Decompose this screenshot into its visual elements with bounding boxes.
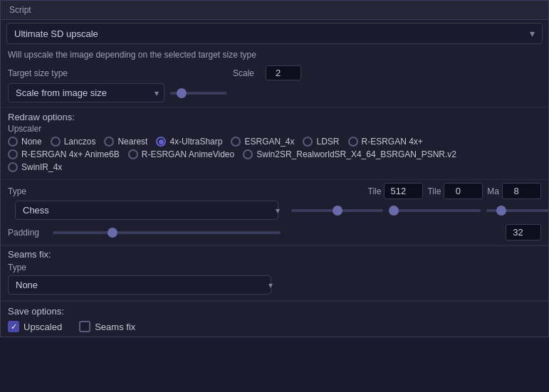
upscaler-label: Upscaler [8, 124, 541, 134]
padding-input[interactable] [506, 224, 541, 240]
radio-label-4xultrasharp: 4x-UltraSharp [169, 137, 222, 147]
seams-dropdown-wrap: None ▾ [8, 275, 278, 295]
seamsfix-checkbox[interactable] [79, 321, 90, 332]
radio-circle-resrgananimevideo [128, 149, 138, 159]
tile-group: Tile Tile Ma [293, 183, 542, 199]
script-chevron-icon: ▾ [530, 28, 535, 39]
radio-label-esrgan4x: ESRGAN_4x [244, 137, 294, 147]
seams-type-label: Type [8, 263, 33, 272]
upscaled-checkbox[interactable] [8, 321, 19, 332]
radio-circle-none [8, 137, 18, 147]
three-sliders [291, 209, 549, 212]
radio-label-nearest: Nearest [117, 137, 147, 147]
radio-swin2sr[interactable]: Swin2SR_RealworldSR_X4_64_BSRGAN_PSNR.v2 [243, 149, 456, 159]
target-size-label: Target size type [8, 68, 79, 78]
script-dropdown[interactable]: Ultimate SD upscale ▾ [6, 23, 543, 44]
scale-slider[interactable] [170, 92, 227, 95]
mask-input[interactable] [502, 183, 541, 199]
seams-section: Seams fix: Type None ▾ [1, 245, 548, 300]
tile-overlap-slider[interactable] [389, 209, 481, 212]
seams-type-row: Type [8, 261, 541, 274]
padding-label: Padding [8, 228, 47, 238]
upscaled-checkbox-item[interactable]: Upscaled [8, 321, 62, 332]
type-label: Type [8, 186, 33, 196]
seamsfix-label: Seams fix [95, 322, 135, 332]
radio-lanczos[interactable]: Lanczos [51, 137, 96, 147]
radio-esrgan4x[interactable]: ESRGAN_4x [231, 137, 294, 147]
script-header: Script [1, 1, 548, 20]
scale-type-dropdown[interactable]: Scale from image size [8, 83, 164, 102]
radio-4xultrasharp[interactable]: 4x-UltraSharp [156, 137, 222, 147]
radio-circle-nearest [104, 137, 114, 147]
scale-label: Scale [233, 68, 254, 78]
save-title: Save options: [8, 306, 541, 317]
main-panel: Script Ultimate SD upscale ▾ Will upscal… [0, 0, 549, 337]
radio-label-ldsr: LDSR [316, 137, 339, 147]
scale-dropdown-wrap: Scale from image size ▾ [8, 83, 164, 102]
type-tile-section: Type Tile Tile Ma Che [1, 180, 548, 245]
script-dropdown-wrap: Ultimate SD upscale ▾ [1, 20, 548, 47]
save-section: Save options: Upscaled Seams fix [1, 301, 548, 337]
chess-dropdown-row: Chess ▾ [8, 199, 541, 221]
tile-width-slider[interactable] [291, 209, 383, 212]
radio-label-swin2sr: Swin2SR_RealworldSR_X4_64_BSRGAN_PSNR.v2 [256, 149, 456, 159]
chess-type-dropdown[interactable]: Chess [15, 201, 278, 220]
radio-label-resrgananimevideo: R-ESRGAN AnimeVideo [142, 149, 235, 159]
radio-label-resrgan4xanime6b: R-ESRGAN 4x+ Anime6B [21, 149, 120, 159]
upscaler-radio-group-3: SwinIR_4x [8, 162, 541, 172]
radio-ldsr[interactable]: LDSR [303, 137, 339, 147]
radio-swinir4x[interactable]: SwinIR_4x [8, 162, 62, 172]
radio-circle-swin2sr [243, 149, 253, 159]
redraw-section: Redraw options: Upscaler None Lanczos Ne… [1, 107, 548, 179]
mask-label: Ma [487, 186, 499, 196]
chess-dropdown-wrap: Chess ▾ [15, 201, 286, 220]
seams-type-dropdown[interactable]: None [8, 275, 271, 295]
radio-resrgananimevideo[interactable]: R-ESRGAN AnimeVideo [128, 149, 235, 159]
upscaler-radio-group: None Lanczos Nearest 4x-UltraSharp ESRGA… [8, 137, 541, 147]
radio-circle-ldsr [303, 137, 313, 147]
radio-circle-lanczos [51, 137, 61, 147]
radio-circle-resrgan4x [348, 137, 358, 147]
save-checkbox-row: Upscaled Seams fix [8, 321, 541, 332]
radio-circle-4xultrasharp [156, 137, 166, 147]
tile-width-input[interactable] [384, 183, 423, 199]
mask-field: Ma [487, 183, 541, 199]
radio-label-none: None [21, 137, 42, 147]
radio-label-resrgan4x: R-ESRGAN 4x+ [362, 137, 423, 147]
seamsfix-checkbox-item[interactable]: Seams fix [79, 321, 135, 332]
radio-label-lanczos: Lanczos [64, 137, 96, 147]
mask-slider[interactable] [486, 209, 549, 212]
upscaled-label: Upscaled [23, 322, 62, 332]
type-tile-row: Type Tile Tile Ma [8, 183, 541, 199]
scale-slider-wrap [170, 92, 541, 95]
radio-circle-resrgan4xanime6b [8, 149, 18, 159]
seams-dropdown-row: None ▾ [8, 274, 541, 296]
target-size-row: Target size type Scale [1, 63, 548, 82]
redraw-title: Redraw options: [8, 112, 541, 122]
padding-slider[interactable] [53, 231, 281, 234]
upscaler-radio-group-2: R-ESRGAN 4x+ Anime6B R-ESRGAN AnimeVideo… [8, 149, 541, 159]
tile-overlap-field: Tile [427, 183, 483, 199]
script-label: Script [9, 5, 31, 15]
seams-title: Seams fix: [8, 249, 541, 260]
radio-resrgan4xanime6b[interactable]: R-ESRGAN 4x+ Anime6B [8, 149, 120, 159]
radio-circle-esrgan4x [231, 137, 241, 147]
radio-nearest[interactable]: Nearest [104, 137, 147, 147]
padding-row: Padding [8, 224, 541, 240]
radio-none[interactable]: None [8, 137, 42, 147]
dropdown-slider-row: Scale from image size ▾ [1, 82, 548, 107]
scale-value-input[interactable] [266, 65, 301, 80]
tile-overlap-input[interactable] [444, 183, 483, 199]
radio-label-swinir4x: SwinIR_4x [21, 162, 62, 172]
tile-width-label: Tile [368, 186, 382, 196]
script-value: Ultimate SD upscale [14, 28, 98, 39]
tile-width-field: Tile [368, 183, 424, 199]
info-text: Will upscale the image depending on the … [1, 47, 548, 63]
radio-resrgan4x[interactable]: R-ESRGAN 4x+ [348, 137, 423, 147]
radio-circle-swinir4x [8, 162, 18, 172]
tile-overlap-label: Tile [427, 186, 441, 196]
